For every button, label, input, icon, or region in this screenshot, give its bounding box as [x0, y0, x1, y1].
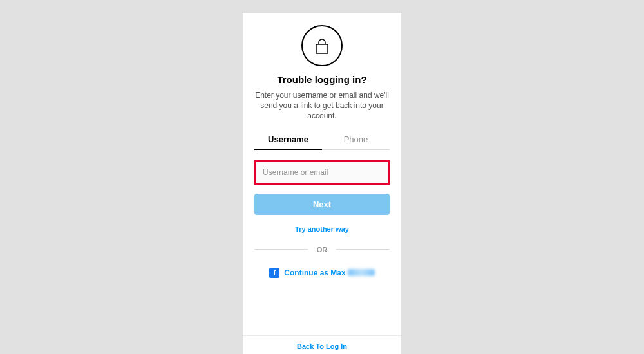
username-email-input[interactable] [256, 162, 388, 183]
login-help-panel: Trouble logging in? Enter your username … [243, 13, 401, 354]
svg-rect-0 [316, 44, 328, 53]
identity-tabs: Username Phone [254, 131, 390, 150]
divider-line-left [254, 249, 308, 250]
lock-icon [301, 25, 343, 66]
or-label: OR [308, 246, 337, 254]
divider-or: OR [254, 246, 390, 254]
page-title: Trouble logging in? [277, 74, 366, 85]
continue-with-facebook-button[interactable]: f Continue as Max [269, 268, 374, 278]
try-another-way-link[interactable]: Try another way [295, 225, 349, 233]
back-to-login-link[interactable]: Back To Log In [243, 342, 401, 350]
facebook-icon: f [269, 268, 279, 278]
facebook-prefix: Continue as Max [284, 268, 345, 277]
facebook-label: Continue as Max [284, 268, 374, 277]
tab-username[interactable]: Username [254, 131, 322, 150]
divider-line-right [336, 249, 390, 250]
footer-separator [243, 335, 401, 336]
redacted-surname [348, 269, 375, 276]
username-field-highlight [254, 160, 390, 185]
tab-phone[interactable]: Phone [322, 131, 390, 150]
page-description: Enter your username or email and we'll s… [254, 90, 390, 122]
next-button[interactable]: Next [254, 194, 390, 215]
